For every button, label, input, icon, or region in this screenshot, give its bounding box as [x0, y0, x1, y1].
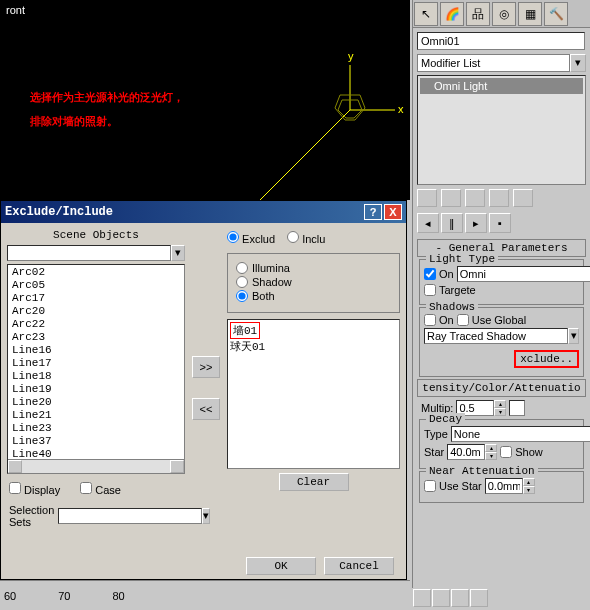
exclude-button[interactable]: xclude..: [514, 350, 579, 368]
list-item[interactable]: Line17: [9, 357, 183, 370]
list-item[interactable]: Arc23: [9, 331, 183, 344]
list-item[interactable]: Line20: [9, 396, 183, 409]
configure-sets-icon[interactable]: [513, 189, 533, 207]
list-item[interactable]: Line37: [9, 435, 183, 448]
list-item[interactable]: Arc17: [9, 292, 183, 305]
pin-stack-icon[interactable]: [417, 189, 437, 207]
svg-text:y: y: [348, 50, 354, 62]
target-item-skysphere[interactable]: 球天01: [230, 339, 397, 354]
prev-icon[interactable]: ◂: [417, 213, 439, 233]
decay-type-dropdown[interactable]: [451, 426, 590, 442]
list-item[interactable]: Line16: [9, 344, 183, 357]
cancel-button[interactable]: Cancel: [324, 557, 394, 575]
decay-show-checkbox[interactable]: [500, 446, 512, 458]
modifier-list-dropdown[interactable]: [417, 54, 570, 72]
viewport-front[interactable]: ront y x 选择作为主光源补光的泛光灯， 排除对墙的照射。: [0, 0, 410, 200]
exclude-radio[interactable]: Exclud: [227, 231, 275, 245]
motion-tab-icon[interactable]: ◎: [492, 2, 516, 26]
shadow-on-checkbox[interactable]: [424, 314, 436, 326]
targeted-checkbox[interactable]: [424, 284, 436, 296]
list-item[interactable]: Line21: [9, 409, 183, 422]
list-item[interactable]: Arc02: [9, 266, 183, 279]
case-checkbox[interactable]: Case: [80, 482, 121, 496]
object-name-input[interactable]: [417, 32, 585, 50]
create-tab-icon[interactable]: ↖: [414, 2, 438, 26]
group-decay: Decay Type ▾ Star ▴▾ Show: [419, 419, 584, 469]
use-global-checkbox[interactable]: [457, 314, 469, 326]
command-panel: ↖ 🌈 品 ◎ ▦ 🔨 ▾ Omni Light ◂ ‖ ▸ ▪ - Gener…: [412, 0, 590, 610]
show-end-result-icon[interactable]: [441, 189, 461, 207]
utilities-tab-icon[interactable]: 🔨: [544, 2, 568, 26]
color-swatch[interactable]: [509, 400, 525, 416]
stack-item-omni[interactable]: Omni Light: [420, 78, 583, 94]
clear-button[interactable]: Clear: [279, 473, 349, 491]
close-icon[interactable]: X: [384, 204, 402, 220]
viewport-nav-controls: [412, 588, 590, 610]
svg-line-2: [260, 110, 350, 200]
panel-tabs: ↖ 🌈 品 ◎ ▦ 🔨: [413, 0, 590, 28]
spin-up-icon[interactable]: ▴: [494, 400, 506, 408]
scroll-left-icon[interactable]: [8, 460, 22, 473]
exclude-include-dialog: Exclude/Include ? X Scene Objects ▾ Arc0…: [0, 200, 407, 580]
maximize-icon[interactable]: [470, 589, 488, 607]
rollout-intensity[interactable]: tensity/Color/Attenuatio: [417, 379, 586, 397]
next-icon[interactable]: ▸: [465, 213, 487, 233]
ok-button[interactable]: OK: [246, 557, 316, 575]
decay-start-spinner[interactable]: [447, 444, 485, 460]
illumination-mode-group: Illumina Shadow Both: [227, 253, 400, 313]
selection-sets-label: Selection Sets: [9, 504, 54, 528]
light-on-checkbox[interactable]: [424, 268, 436, 280]
svg-text:x: x: [398, 103, 404, 115]
dialog-title: Exclude/Include: [5, 205, 362, 219]
horizontal-scrollbar[interactable]: [8, 459, 184, 473]
list-item[interactable]: Line19: [9, 383, 183, 396]
chevron-down-icon[interactable]: ▾: [568, 328, 579, 344]
filter-input[interactable]: [7, 245, 171, 261]
group-light-type: Light Type On ▾ Targete: [419, 259, 584, 305]
dialog-titlebar[interactable]: Exclude/Include ? X: [1, 201, 406, 223]
chevron-down-icon[interactable]: ▾: [570, 54, 586, 72]
list-item[interactable]: Arc22: [9, 318, 183, 331]
shadow-type-dropdown[interactable]: [424, 328, 568, 344]
target-list[interactable]: 墙01 球天01: [227, 319, 400, 469]
annotation-text: 选择作为主光源补光的泛光灯， 排除对墙的照射。: [30, 85, 184, 133]
list-item[interactable]: Arc20: [9, 305, 183, 318]
both-radio[interactable]: [236, 290, 248, 302]
pan-icon[interactable]: [413, 589, 431, 607]
scene-objects-list[interactable]: Arc02Arc05Arc17Arc20Arc22Arc23Line16Line…: [7, 264, 185, 474]
modify-tab-icon[interactable]: 🌈: [440, 2, 464, 26]
group-shadows: Shadows On Use Global ▾ xclude..: [419, 307, 584, 377]
orbit-icon[interactable]: [451, 589, 469, 607]
target-item-wall[interactable]: 墙01: [230, 322, 260, 339]
move-right-button[interactable]: >>: [192, 356, 220, 378]
scene-objects-label: Scene Objects: [7, 229, 185, 241]
illumination-radio[interactable]: [236, 262, 248, 274]
include-radio[interactable]: Inclu: [287, 231, 325, 245]
near-start-spinner[interactable]: [485, 478, 523, 494]
zoom-icon[interactable]: [432, 589, 450, 607]
spin-down-icon[interactable]: ▾: [494, 408, 506, 416]
list-item[interactable]: Line18: [9, 370, 183, 383]
group-near-attenuation: Near Attenuation Use Star ▴▾: [419, 471, 584, 503]
play-icon[interactable]: ‖: [441, 213, 463, 233]
chevron-down-icon[interactable]: ▾: [171, 245, 185, 261]
list-item[interactable]: Arc05: [9, 279, 183, 292]
modifier-stack[interactable]: Omni Light: [417, 75, 586, 185]
display-tab-icon[interactable]: ▦: [518, 2, 542, 26]
make-unique-icon[interactable]: [465, 189, 485, 207]
near-use-checkbox[interactable]: [424, 480, 436, 492]
display-checkbox[interactable]: Display: [9, 482, 60, 496]
scroll-right-icon[interactable]: [170, 460, 184, 473]
stop-icon[interactable]: ▪: [489, 213, 511, 233]
list-item[interactable]: Line23: [9, 422, 183, 435]
selection-sets-dropdown[interactable]: [58, 508, 202, 524]
help-icon[interactable]: ?: [364, 204, 382, 220]
hierarchy-tab-icon[interactable]: 品: [466, 2, 490, 26]
shadow-cast-radio[interactable]: [236, 276, 248, 288]
remove-modifier-icon[interactable]: [489, 189, 509, 207]
move-left-button[interactable]: <<: [192, 398, 220, 420]
timeline[interactable]: 60 70 80: [0, 580, 410, 610]
light-type-dropdown[interactable]: [457, 266, 590, 282]
